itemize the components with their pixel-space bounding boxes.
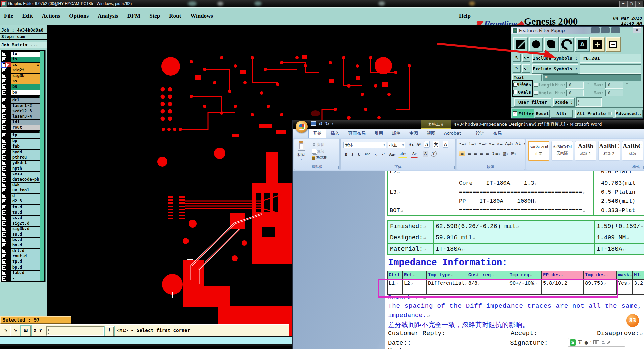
align-left-icon[interactable]: ≡ — [459, 151, 465, 156]
layer-row[interactable]: ydkdr1 — [1, 160, 40, 166]
menu-help[interactable]: Help — [459, 13, 471, 19]
layer-row-sig3b[interactable]: sig3b — [1, 73, 40, 79]
qat-dropdown-icon[interactable]: ▾ — [332, 122, 333, 125]
sogou-logo-icon[interactable]: S — [570, 339, 576, 346]
layer-row[interactable]: cs.d — [1, 215, 40, 221]
bullets-icon[interactable]: •≡▾ — [459, 141, 466, 146]
ime-punct-icon[interactable]: ’ — [590, 340, 591, 345]
menu-step[interactable]: Step — [149, 13, 160, 19]
layer-checkbox[interactable] — [2, 249, 6, 253]
layer-checkbox[interactable] — [2, 216, 6, 220]
strikethrough-button[interactable]: abe — [364, 151, 371, 156]
layer-checkbox[interactable] — [2, 133, 6, 137]
layer-row[interactable]: drl — [1, 98, 40, 103]
all-profile-dropdown[interactable]: All Profile — [575, 110, 613, 118]
underline-button[interactable]: U — [356, 151, 362, 158]
word-titlebar[interactable]: ↺ ↻ ▾ 表格工具 4v34h0d9a0-Impedance Design(N… — [293, 120, 644, 129]
layer-checkbox[interactable] — [2, 155, 6, 160]
layer-checkbox[interactable] — [2, 271, 6, 275]
menu-analysis[interactable]: Analysis — [98, 13, 118, 19]
exclude-pick-add-icon[interactable]: ↖+ — [522, 64, 530, 73]
layer-row[interactable]: ts.d — [1, 210, 40, 215]
decrease-indent-icon[interactable]: «≡ — [489, 141, 495, 146]
dialog-launcher-icon[interactable] — [521, 166, 524, 169]
redo-icon[interactable]: ↻ — [325, 121, 329, 126]
paste-button[interactable]: 粘贴 ▾ — [297, 142, 305, 161]
menu-rout[interactable]: Rout — [169, 13, 181, 19]
menu-windows[interactable]: Windows — [190, 13, 213, 19]
layer-checkbox[interactable] — [2, 276, 6, 281]
style-normal[interactable]: AaBbCcDd 正文 — [528, 141, 549, 161]
layer-row[interactable]: - — [1, 276, 40, 281]
maximize-button[interactable]: ▢ — [627, 1, 636, 8]
align-right-icon[interactable]: ≡ — [474, 151, 477, 156]
layer-checkbox[interactable] — [2, 172, 6, 176]
line-spacing-icon[interactable]: ↕≡▾ — [492, 151, 500, 156]
advanced-button[interactable]: Advanced... — [615, 110, 643, 118]
layer-row-sig2t[interactable]: sig2t — [1, 68, 40, 73]
format-painter-button[interactable]: 格式刷 — [312, 155, 327, 160]
layer-row[interactable]: pthrou — [1, 155, 40, 160]
subscript-button[interactable]: x₂ — [373, 151, 379, 157]
layer-row[interactable]: uv_tool — [1, 188, 40, 193]
layer-checkbox[interactable] — [2, 177, 6, 182]
style-heading2[interactable]: AaBbC 标题 2 — [598, 141, 620, 161]
layer-checkbox[interactable] — [2, 243, 6, 247]
layer-row[interactable]: bp — [1, 138, 40, 144]
angle-min-input[interactable]: 0 — [566, 90, 584, 96]
layer-row[interactable]: bp.d — [1, 265, 40, 270]
style-title[interactable]: AaBbC 标题 — [622, 141, 643, 161]
layer-checkbox[interactable] — [2, 161, 6, 165]
font-color-button[interactable]: A▾ — [411, 151, 418, 158]
sort-icon[interactable]: A↓ — [515, 141, 521, 146]
layer-row-ts[interactable]: ts — [1, 57, 40, 62]
text-filter-input[interactable]: * — [543, 74, 641, 81]
font-size-combo[interactable]: 小五▾ — [388, 142, 405, 148]
cut-button[interactable]: 剪切 — [312, 142, 327, 148]
layer-row[interactable]: drl.d — [1, 248, 40, 254]
layer-checkbox[interactable] — [2, 52, 6, 56]
length-max-input[interactable]: 0 — [605, 82, 623, 89]
multilevel-list-icon[interactable]: ∗≡▾ — [478, 141, 487, 146]
check-icon[interactable]: ✓ — [513, 111, 517, 116]
layer-checkbox[interactable] — [2, 125, 6, 130]
layer-checkbox[interactable] — [2, 227, 6, 231]
layer-row[interactable]: datecode-pb — [1, 177, 40, 182]
tab-design[interactable]: 设计 — [471, 129, 489, 138]
layer-row[interactable]: npth — [1, 166, 40, 171]
layer-checkbox[interactable] — [2, 259, 6, 264]
tab-mailings[interactable]: 邮件 — [387, 129, 405, 138]
checkbox-icon[interactable] — [534, 91, 538, 95]
document-page[interactable]: L2 0.6_Plati Core IT-180A 1.3 49.763(mil… — [385, 171, 644, 349]
layer-row[interactable]: ss.d — [1, 232, 40, 237]
exclude-pick-icon[interactable]: ↖ — [513, 64, 521, 73]
layer-checkbox[interactable] — [2, 114, 6, 119]
close-button[interactable]: ✕ — [635, 1, 644, 8]
layer-row[interactable]: bs.d — [1, 237, 40, 243]
layer-row[interactable]: hydd — [1, 150, 40, 155]
layer-row-cs-selected[interactable]: cs⊞ — [1, 62, 40, 68]
ovals-checkbox[interactable]: Ovals — [513, 90, 531, 95]
layer-row[interactable]: tp.d — [1, 259, 40, 265]
layer-checkbox[interactable] — [2, 74, 6, 78]
layer-checkbox[interactable] — [2, 199, 6, 203]
layer-checkbox[interactable] — [2, 150, 6, 154]
exclude-symbols-input[interactable] — [580, 64, 641, 74]
grid-toggle-icon[interactable]: ⊞ — [21, 326, 31, 336]
prompt-button[interactable]: ! — [105, 326, 114, 336]
tab-home[interactable]: 开始 — [308, 129, 326, 138]
clear-format-button[interactable]: A̶ — [424, 141, 430, 148]
exclude-symbols-button[interactable]: Exclude Symbols : — [532, 64, 578, 74]
layer-row-to[interactable]: to — [1, 51, 40, 57]
dialog-launcher-icon[interactable] — [451, 166, 455, 169]
style-no-spacing[interactable]: AaBbCcDd 无间隔 — [551, 141, 573, 161]
bold-button[interactable]: B — [343, 151, 349, 158]
notification-badge[interactable]: 83 — [625, 313, 640, 328]
layer-row[interactable]: sig2t.d — [1, 221, 40, 226]
layer-checkbox[interactable] — [2, 183, 6, 187]
undo-icon[interactable]: ↺ — [319, 121, 323, 126]
layer-checkbox[interactable] — [2, 221, 6, 226]
char-border-button[interactable]: A — [443, 141, 448, 148]
phonetic-guide-button[interactable]: 文 — [433, 141, 439, 148]
angle-max-input[interactable]: 0 — [605, 90, 623, 96]
